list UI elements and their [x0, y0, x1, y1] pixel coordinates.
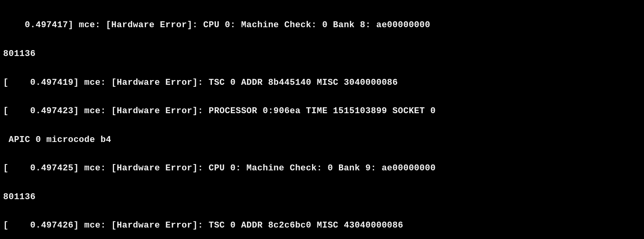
- log-line: 801136: [3, 192, 641, 202]
- log-line: 801136: [3, 49, 641, 59]
- kernel-console: 0.497417] mce: [Hardware Error]: CPU 0: …: [3, 2, 641, 239]
- log-line: [ 0.497426] mce: [Hardware Error]: TSC 0…: [3, 221, 641, 230]
- log-line: [ 0.497425] mce: [Hardware Error]: CPU 0…: [3, 164, 641, 173]
- log-line: [ 0.497419] mce: [Hardware Error]: TSC 0…: [3, 78, 641, 88]
- log-line: [ 0.497423] mce: [Hardware Error]: PROCE…: [3, 106, 641, 116]
- log-line: APIC 0 microcode b4: [3, 135, 641, 145]
- log-line: 0.497417] mce: [Hardware Error]: CPU 0: …: [3, 21, 641, 30]
